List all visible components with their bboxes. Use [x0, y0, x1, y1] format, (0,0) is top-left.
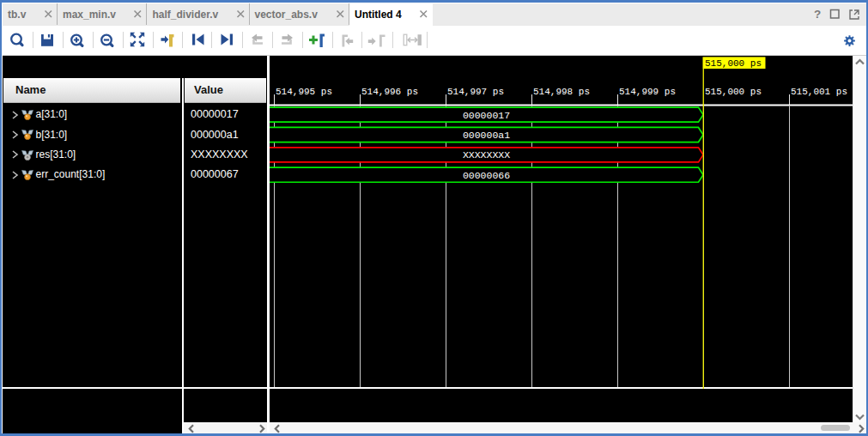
svg-text:514,996 ps: 514,996 ps — [361, 86, 418, 96]
svg-text:514,999 ps: 514,999 ps — [619, 86, 676, 96]
svg-text:515,000 ps: 515,000 ps — [705, 86, 762, 96]
svg-text:000000a1: 000000a1 — [462, 129, 509, 140]
svg-text:514,998 ps: 514,998 ps — [533, 86, 590, 96]
svg-text:514,997 ps: 514,997 ps — [447, 86, 504, 96]
svg-text:514,995 ps: 514,995 ps — [276, 86, 332, 96]
svg-text:515,000 ps: 515,000 ps — [705, 58, 762, 68]
svg-text:00000066: 00000066 — [462, 169, 509, 180]
svg-text:515,001 ps: 515,001 ps — [791, 86, 847, 96]
svg-text:00000017: 00000017 — [462, 109, 509, 120]
svg-text:XXXXXXXX: XXXXXXXX — [462, 149, 509, 160]
